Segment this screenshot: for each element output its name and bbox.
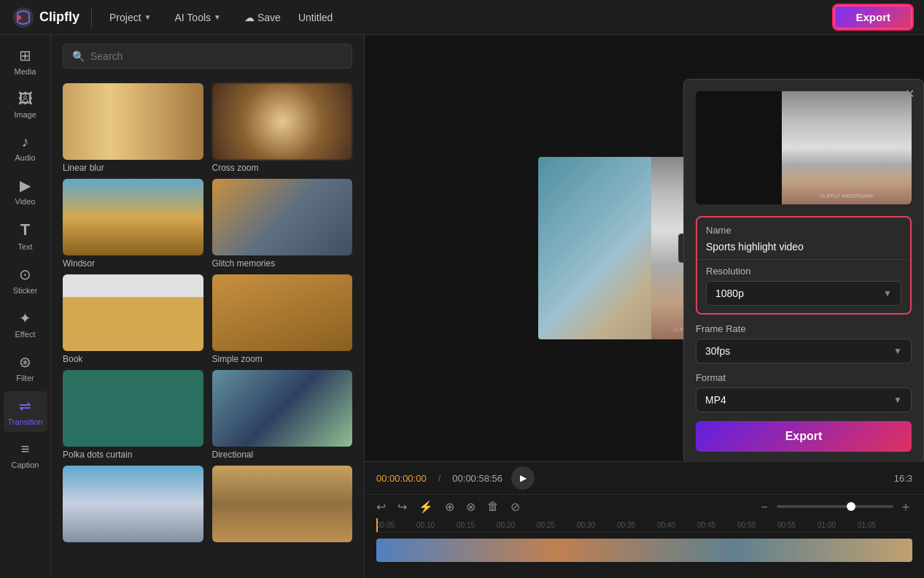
thumbnail	[212, 370, 353, 447]
sidebar-item-media[interactable]: ⊞ Media	[4, 41, 47, 82]
timeline: 00:00:00:00 / 00:00:58:56 ▶ 16:3 ↩ ↪ ⚡ ⊕…	[365, 461, 924, 578]
ruler-tick: 00:25	[537, 521, 577, 529]
resolution-field[interactable]: 1080p ▼	[706, 281, 901, 306]
redo-icon[interactable]: ↪	[397, 500, 407, 514]
format-field[interactable]: MP4 ▼	[696, 388, 912, 412]
split-icon[interactable]: ⚡	[419, 500, 433, 514]
sidebar-item-image[interactable]: 🖼 Image	[4, 85, 47, 125]
list-item[interactable]: Linear blur	[63, 83, 203, 173]
sidebar-item-transition[interactable]: ⇌ Transition	[4, 391, 47, 432]
track-row	[376, 536, 912, 565]
list-item[interactable]	[212, 466, 353, 545]
sidebar-item-video[interactable]: ▶ Video	[4, 171, 47, 212]
video-panel-left	[538, 157, 651, 339]
logo-text: Clipfly	[39, 9, 79, 25]
paste-icon[interactable]: ⊗	[466, 500, 475, 514]
delete-icon[interactable]: 🗑	[487, 500, 499, 513]
export-name-section: Name	[697, 217, 910, 260]
zoom-slider[interactable]	[777, 505, 893, 508]
zoom-out-button[interactable]: －	[758, 498, 771, 515]
sticker-icon: ⊙	[19, 266, 31, 283]
sidebar-label-audio: Audio	[15, 153, 35, 162]
list-item[interactable]: Book	[63, 274, 203, 364]
sidebar-label-filter: Filter	[16, 374, 34, 382]
list-item[interactable]: Windsor	[63, 179, 203, 269]
thumbnail	[63, 466, 203, 542]
project-label: Project	[109, 12, 141, 23]
list-item[interactable]	[63, 466, 203, 545]
list-item[interactable]: Glitch memories	[212, 179, 353, 269]
format-value: MP4	[705, 394, 726, 406]
ruler-tick: 00:30	[577, 521, 617, 529]
playhead	[376, 518, 378, 532]
ruler-tick: 00:40	[657, 521, 697, 529]
save-label: Save	[257, 12, 281, 23]
timeline-track: 00:05 00:10 00:15 00:20 00:25 00:30 00:3…	[365, 518, 924, 578]
play-button[interactable]: ▶	[511, 466, 535, 490]
project-menu[interactable]: Project ▼	[104, 9, 157, 26]
sidebar-label-caption: Caption	[12, 461, 39, 469]
list-item[interactable]: Polka dots curtain	[63, 370, 203, 460]
list-item[interactable]: Directional	[212, 370, 353, 460]
cloud-icon: ☁	[244, 12, 255, 23]
video-track[interactable]	[376, 539, 912, 562]
grid-row-3: Book Simple zoom	[63, 274, 352, 364]
zoom-controls: － ＋	[758, 498, 912, 515]
zoom-handle	[847, 502, 855, 511]
sidebar-item-text[interactable]: T Text	[4, 215, 47, 257]
track-ruler: 00:05 00:10 00:15 00:20 00:25 00:30 00:3…	[376, 518, 912, 533]
timeline-end-time: 16:3	[894, 473, 912, 484]
canvas-area: ‹ CLIPFLY WATERMARK TEXT ✕ CLIPFLY WATER…	[365, 35, 924, 461]
sidebar-item-audio[interactable]: ♪ Audio	[4, 128, 47, 168]
transition-icon: ⇌	[19, 397, 31, 415]
item-label: Simple zoom	[212, 354, 353, 364]
item-label: Polka dots curtain	[63, 450, 203, 460]
ruler-marks: 00:05 00:10 00:15 00:20 00:25 00:30 00:3…	[376, 521, 912, 529]
list-item[interactable]: Cross zoom	[212, 83, 353, 173]
zoom-in-button[interactable]: ＋	[899, 498, 912, 515]
sidebar-item-sticker[interactable]: ⊙ Sticker	[4, 260, 47, 301]
time-separator: /	[438, 473, 441, 484]
ai-tools-menu[interactable]: AI Tools ▼	[169, 9, 227, 26]
play-icon: ▶	[520, 473, 527, 483]
search-input[interactable]	[90, 50, 343, 62]
export-name-resolution-group: Name Resolution 1080p ▼	[696, 216, 912, 315]
grid-row-4: Polka dots curtain Directional	[63, 370, 352, 460]
export-button[interactable]: Export	[834, 5, 912, 29]
svg-point-1	[17, 15, 21, 20]
sidebar-item-effect[interactable]: ✦ Effect	[4, 304, 47, 344]
project-title[interactable]: Untitled	[298, 12, 333, 23]
sidebar-item-caption[interactable]: ≡ Caption	[4, 435, 47, 475]
thumbnail	[212, 83, 353, 160]
list-item[interactable]: Simple zoom	[212, 274, 353, 364]
resolution-label: Resolution	[706, 266, 901, 277]
framerate-field[interactable]: 30fps ▼	[696, 339, 912, 363]
timeline-controls: 00:00:00:00 / 00:00:58:56 ▶ 16:3	[365, 462, 924, 495]
export-export-button[interactable]: Export	[696, 421, 912, 452]
sidebar-label-effect: Effect	[15, 330, 36, 339]
copy-icon[interactable]: ⊕	[445, 500, 454, 514]
save-button[interactable]: ☁ Save	[238, 9, 287, 26]
topbar: Clipfly Project ▼ AI Tools ▼ ☁ Save Unti…	[0, 0, 924, 35]
total-time: 00:00:58:56	[452, 473, 502, 484]
main-layout: ⊞ Media 🖼 Image ♪ Audio ▶ Video T Text ⊙…	[0, 35, 924, 578]
thumbnail	[63, 179, 203, 255]
text-icon: T	[20, 220, 30, 239]
ruler-tick: 00:15	[457, 521, 497, 529]
grid-row-5	[63, 466, 352, 545]
preview-watermark: CLIPFLY WATERMARK	[820, 193, 874, 199]
ruler-tick: 01:05	[858, 521, 898, 529]
resolution-value: 1080p	[715, 288, 744, 299]
audio-icon: ♪	[22, 134, 29, 150]
item-label: Book	[63, 354, 203, 364]
ruler-tick: 00:05	[376, 521, 416, 529]
ruler-tick: 01:00	[818, 521, 858, 529]
timeline-toolbar: ↩ ↪ ⚡ ⊕ ⊗ 🗑 ⊘ － ＋	[365, 495, 924, 518]
preview-left-panel	[696, 91, 782, 204]
name-input[interactable]	[706, 241, 901, 253]
more-icon[interactable]: ⊘	[510, 500, 520, 514]
ruler-tick: 00:45	[697, 521, 737, 529]
sidebar-item-filter[interactable]: ⊛ Filter	[4, 347, 47, 388]
undo-icon[interactable]: ↩	[376, 500, 386, 514]
framerate-label: Frame Rate	[696, 323, 912, 334]
